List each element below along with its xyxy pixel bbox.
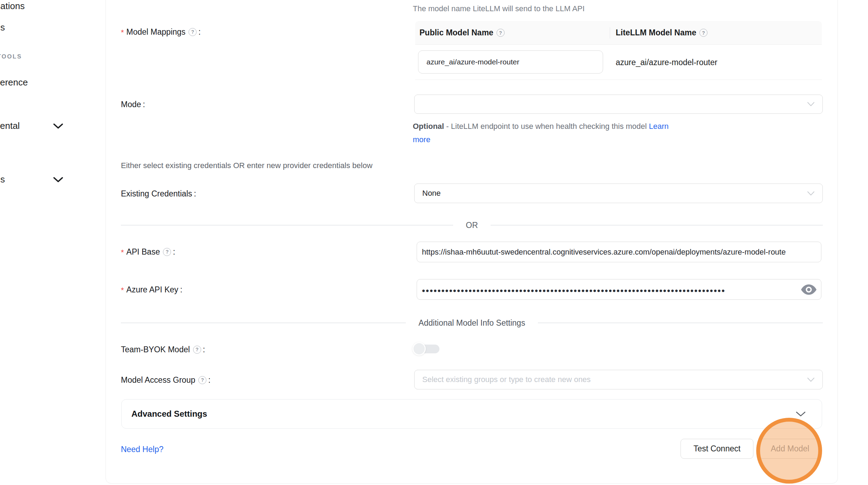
eye-icon[interactable] bbox=[801, 284, 816, 295]
or-divider: OR bbox=[121, 221, 823, 230]
column-header-public-model-name: Public Model Name ? bbox=[415, 21, 610, 44]
azure-api-key-input[interactable]: ••••••••••••••••••••••••••••••••••••••••… bbox=[417, 279, 821, 300]
existing-credentials-select[interactable]: None bbox=[414, 183, 823, 203]
model-mappings-table: Public Model Name ? LiteLLM Model Name ?… bbox=[415, 21, 822, 80]
table-row: azure_ai/azure-model-router azure_ai/azu… bbox=[415, 45, 822, 80]
learn-more-link[interactable]: Learn bbox=[649, 122, 669, 131]
column-header-text: LiteLLM Model Name bbox=[616, 28, 696, 37]
optional-text: - LiteLLM endpoint to use when health ch… bbox=[446, 122, 647, 131]
colon: : bbox=[208, 375, 210, 385]
litellm-model-name-value: azure_ai/azure-model-router bbox=[616, 45, 717, 80]
azure-api-key-label-text: Azure API Key bbox=[127, 285, 178, 295]
model-mappings-label: * Model Mappings ? : bbox=[121, 26, 201, 38]
question-circle-icon[interactable]: ? bbox=[193, 346, 201, 354]
click-highlight-annotation bbox=[756, 418, 822, 484]
existing-credentials-label-text: Existing Credentials bbox=[121, 189, 192, 199]
chevron-down-icon bbox=[807, 377, 815, 382]
advanced-settings-panel[interactable]: Advanced Settings bbox=[121, 399, 822, 429]
colon: : bbox=[203, 345, 205, 354]
existing-credentials-label: Existing Credentials : bbox=[121, 188, 196, 200]
masked-password-dots: ••••••••••••••••••••••••••••••••••••••••… bbox=[422, 285, 725, 294]
existing-credentials-value: None bbox=[422, 189, 441, 198]
required-marker: * bbox=[121, 247, 124, 257]
or-divider-text: OR bbox=[466, 221, 478, 230]
sidebar-item-fragment[interactable]: s bbox=[0, 22, 5, 33]
question-circle-icon[interactable]: ? bbox=[189, 28, 197, 36]
chevron-down-icon[interactable] bbox=[53, 177, 63, 183]
test-connect-button[interactable]: Test Connect bbox=[681, 439, 753, 459]
model-name-hint: The model name LiteLLM will send to the … bbox=[413, 4, 585, 13]
model-access-group-select[interactable]: Select existing groups or type to create… bbox=[414, 370, 823, 389]
mode-optional-note-line2: more bbox=[413, 135, 430, 144]
colon: : bbox=[173, 247, 175, 257]
team-byok-label-text: Team-BYOK Model bbox=[121, 345, 190, 354]
public-model-name-input[interactable]: azure_ai/azure-model-router bbox=[418, 50, 603, 74]
mode-label: Mode : bbox=[121, 98, 145, 110]
api-base-label-text: API Base bbox=[127, 247, 160, 257]
azure-api-key-label: * Azure API Key : bbox=[121, 284, 182, 296]
info-divider-text: Additional Model Info Settings bbox=[418, 318, 525, 328]
colon: : bbox=[194, 189, 196, 199]
column-header-litellm-model-name: LiteLLM Model Name ? bbox=[610, 21, 822, 44]
advanced-settings-title: Advanced Settings bbox=[131, 409, 207, 419]
mode-label-text: Mode bbox=[121, 100, 141, 109]
mode-optional-note: Optional - LiteLLM endpoint to use when … bbox=[413, 122, 669, 131]
learn-more-link[interactable]: more bbox=[413, 135, 430, 144]
colon: : bbox=[180, 285, 182, 295]
question-circle-icon[interactable]: ? bbox=[163, 248, 171, 256]
chevron-down-icon[interactable] bbox=[53, 123, 63, 129]
info-divider: Additional Model Info Settings bbox=[121, 318, 823, 327]
table-header: Public Model Name ? LiteLLM Model Name ? bbox=[415, 21, 822, 45]
team-byok-label: Team-BYOK Model ? : bbox=[121, 344, 205, 355]
chevron-down-icon bbox=[807, 102, 815, 106]
api-base-input[interactable]: https://ishaa-mh6uutut-swedencentral.cog… bbox=[417, 242, 821, 262]
credentials-hint: Either select existing credentials OR en… bbox=[121, 161, 373, 170]
team-byok-toggle-knob[interactable] bbox=[412, 342, 426, 355]
api-base-label: * API Base ? : bbox=[121, 246, 175, 258]
colon: : bbox=[198, 27, 200, 37]
sidebar-item-fragment[interactable]: s bbox=[0, 174, 5, 185]
divider-line bbox=[538, 323, 823, 323]
colon: : bbox=[143, 100, 145, 109]
question-circle-icon[interactable]: ? bbox=[497, 29, 505, 37]
model-mappings-label-text: Model Mappings bbox=[127, 27, 186, 37]
sidebar-section-label: TOOLS bbox=[0, 53, 22, 60]
need-help-link[interactable]: Need Help? bbox=[121, 445, 163, 454]
question-circle-icon[interactable]: ? bbox=[198, 376, 206, 384]
model-access-group-label: Model Access Group ? : bbox=[121, 374, 211, 386]
required-marker: * bbox=[121, 284, 124, 295]
model-access-group-label-text: Model Access Group bbox=[121, 375, 195, 385]
sidebar-item-fragment[interactable]: erence bbox=[0, 77, 28, 88]
column-header-text: Public Model Name bbox=[419, 28, 493, 37]
divider-line bbox=[121, 225, 453, 226]
divider-line bbox=[491, 225, 823, 226]
mode-select[interactable] bbox=[414, 95, 823, 114]
optional-bold: Optional bbox=[413, 122, 444, 131]
model-access-group-placeholder: Select existing groups or type to create… bbox=[422, 375, 591, 384]
required-marker: * bbox=[121, 27, 124, 37]
divider-line bbox=[121, 323, 406, 323]
sidebar-item-fragment[interactable]: ations bbox=[0, 1, 25, 12]
chevron-down-icon[interactable] bbox=[796, 411, 806, 417]
question-circle-icon[interactable]: ? bbox=[699, 29, 708, 37]
sidebar-item-fragment[interactable]: ental bbox=[0, 120, 20, 131]
chevron-down-icon bbox=[807, 191, 815, 196]
